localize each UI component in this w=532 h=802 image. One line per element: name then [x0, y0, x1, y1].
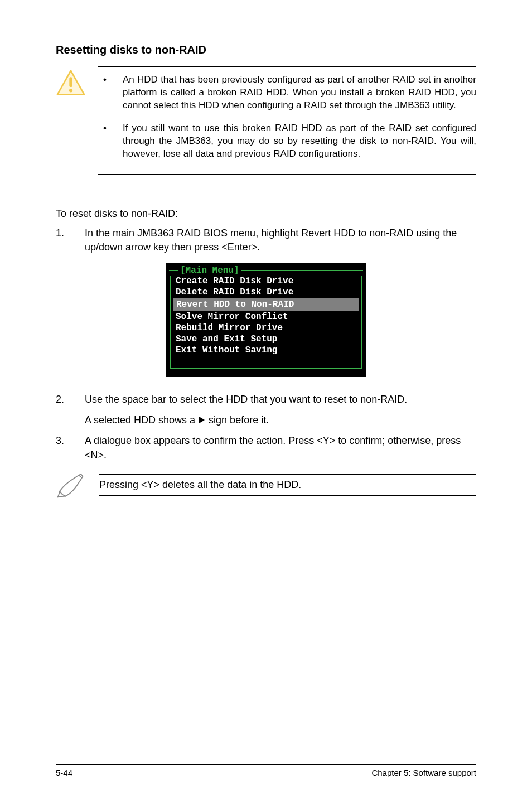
- svg-line-2: [79, 475, 81, 477]
- step-2-sub-prefix: A selected HDD shows a: [85, 414, 198, 426]
- bios-menu-item-selected: Revert HDD to Non-RAID: [173, 298, 359, 311]
- step-text: Use the space bar to select the HDD that…: [85, 393, 476, 407]
- bios-border-line: [241, 270, 363, 271]
- caution-list: • An HDD that has been previously config…: [98, 74, 476, 161]
- step-1: 1. In the main JMB363 RAID BIOS menu, hi…: [56, 226, 476, 254]
- note-text: Pressing <Y> deletes all the data in the…: [99, 479, 301, 490]
- bios-menu-item: Solve Mirror Conflict: [171, 311, 361, 322]
- step-number: 3.: [56, 434, 69, 448]
- caution-callout: • An HDD that has been previously config…: [56, 66, 476, 175]
- bios-screenshot: [Main Menu] Create RAID Disk Drive Delet…: [56, 263, 476, 377]
- step-2-sub-suffix: sign before it.: [206, 414, 269, 426]
- note-callout: Pressing <Y> deletes all the data in the…: [56, 469, 476, 501]
- bios-title-row: [Main Menu]: [169, 265, 363, 276]
- pencil-icon: [56, 469, 86, 501]
- chapter-label: Chapter 5: Software support: [371, 768, 476, 777]
- step-number: 2.: [56, 393, 69, 407]
- bios-menu-item: Create RAID Disk Drive: [171, 276, 361, 287]
- step-2: 2. Use the space bar to select the HDD t…: [56, 393, 476, 407]
- caution-text: An HDD that has been previously configur…: [123, 74, 476, 112]
- caution-item: • An HDD that has been previously config…: [98, 74, 476, 112]
- bios-menu: Create RAID Disk Drive Delete RAID Disk …: [170, 276, 362, 369]
- caution-item: • If you still want to use this broken R…: [98, 122, 476, 161]
- bios-menu-item: Rebuild Mirror Drive: [171, 322, 361, 334]
- step-number: 1.: [56, 226, 69, 240]
- note-body: Pressing <Y> deletes all the data in the…: [99, 474, 476, 496]
- bios-window: [Main Menu] Create RAID Disk Drive Delet…: [166, 263, 366, 377]
- bios-border-line: [169, 270, 178, 271]
- caution-text: If you still want to use this broken RAI…: [123, 122, 476, 161]
- bullet-icon: •: [98, 122, 112, 135]
- bios-menu-item: Exit Without Saving: [171, 345, 361, 356]
- step-text: A dialogue box appears to confirm the ac…: [85, 434, 476, 462]
- caution-body: • An HDD that has been previously config…: [98, 66, 476, 175]
- svg-point-1: [69, 89, 72, 92]
- intro-text: To reset disks to non-RAID:: [56, 208, 476, 220]
- svg-rect-0: [69, 77, 72, 87]
- bios-menu-item: Save and Exit Setup: [171, 334, 361, 345]
- step-2-sub: A selected HDD shows a sign before it.: [85, 413, 476, 427]
- page: Resetting disks to non-RAID • An HDD tha…: [0, 0, 532, 802]
- bullet-icon: •: [98, 74, 112, 86]
- step-3: 3. A dialogue box appears to confirm the…: [56, 434, 476, 462]
- triangle-icon: [199, 417, 205, 423]
- bios-menu-item: Delete RAID Disk Drive: [171, 287, 361, 298]
- caution-icon: [56, 70, 86, 99]
- page-footer: 5-44 Chapter 5: Software support: [56, 764, 476, 777]
- bios-title: [Main Menu]: [180, 265, 239, 276]
- step-text: In the main JMB363 RAID BIOS menu, highl…: [85, 226, 476, 254]
- section-heading: Resetting disks to non-RAID: [56, 44, 476, 56]
- page-number: 5-44: [56, 768, 72, 777]
